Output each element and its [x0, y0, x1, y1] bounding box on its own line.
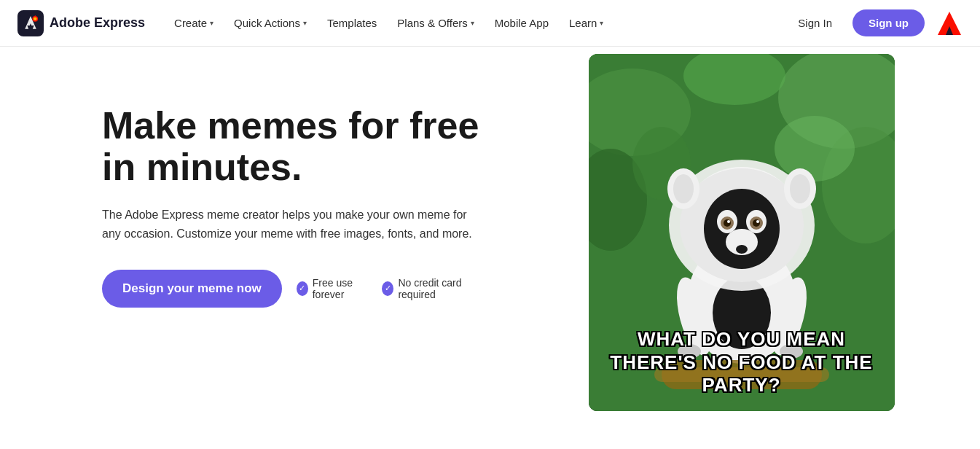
nav-right: Sign In Sign up — [789, 9, 963, 36]
nav-item-learn[interactable]: Learn ▾ — [560, 11, 612, 35]
badge-free-use: ✓ Free use forever — [297, 277, 372, 300]
cta-row: Design your meme now ✓ Free use forever … — [102, 270, 481, 308]
meme-background-image: WHAT DO YOU MEAN THERE'S NO FOOD AT THE … — [589, 54, 895, 411]
check-icon: ✓ — [297, 281, 308, 296]
hero-description: The Adobe Express meme creator helps you… — [102, 206, 481, 243]
meme-preview-card: WHAT DO YOU MEAN THERE'S NO FOOD AT THE … — [589, 54, 895, 411]
svg-marker-2 — [27, 26, 34, 28]
badge-no-credit-card-label: No credit card required — [398, 277, 481, 300]
badge-free-use-label: Free use forever — [313, 277, 372, 300]
svg-point-30 — [727, 220, 730, 223]
svg-point-4 — [34, 17, 37, 20]
badge-no-credit-card: ✓ No credit card required — [382, 277, 481, 300]
svg-point-31 — [756, 220, 759, 223]
navbar: Adobe Express Create ▾ Quick Actions ▾ T… — [0, 0, 980, 47]
check-icon: ✓ — [382, 281, 393, 296]
adobe-logo-icon[interactable] — [936, 10, 963, 36]
svg-point-29 — [753, 219, 760, 227]
nav-item-quick-actions[interactable]: Quick Actions ▾ — [225, 11, 315, 35]
chevron-down-icon: ▾ — [471, 19, 474, 27]
sign-in-button[interactable]: Sign In — [789, 11, 841, 35]
design-meme-button[interactable]: Design your meme now — [102, 270, 282, 308]
hero-right: WHAT DO YOU MEAN THERE'S NO FOOD AT THE … — [525, 47, 980, 449]
nav-item-mobile-app[interactable]: Mobile App — [486, 11, 557, 35]
nav-links: Create ▾ Quick Actions ▾ Templates Plans… — [165, 11, 789, 35]
nav-item-create[interactable]: Create ▾ — [165, 11, 222, 35]
main-content: Make memes for free in minutes. The Adob… — [0, 47, 980, 449]
brand-logo-group[interactable]: Adobe Express — [17, 10, 145, 36]
chevron-down-icon: ▾ — [303, 19, 307, 27]
badges-group: ✓ Free use forever ✓ No credit card requ… — [297, 277, 481, 300]
sign-up-button[interactable]: Sign up — [852, 9, 925, 36]
brand-logo-icon — [17, 10, 44, 36]
svg-point-36 — [790, 174, 810, 203]
svg-point-34 — [673, 174, 694, 203]
svg-point-32 — [736, 245, 748, 254]
svg-point-16 — [775, 116, 855, 181]
nav-item-plans[interactable]: Plans & Offers ▾ — [388, 11, 482, 35]
meme-caption-text: WHAT DO YOU MEAN THERE'S NO FOOD AT THE … — [589, 328, 895, 397]
chevron-down-icon: ▾ — [600, 19, 603, 27]
chevron-down-icon: ▾ — [210, 19, 213, 27]
nav-item-templates[interactable]: Templates — [318, 11, 385, 35]
hero-title: Make memes for free in minutes. — [102, 105, 481, 188]
svg-point-28 — [724, 219, 731, 227]
hero-left: Make memes for free in minutes. The Adob… — [0, 47, 525, 337]
brand-name-label: Adobe Express — [50, 15, 145, 31]
